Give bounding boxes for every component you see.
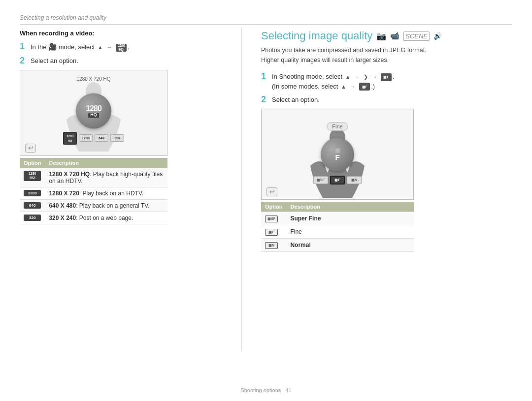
table-row: ▦F Fine <box>261 225 414 238</box>
step-2: 2 Select an option. <box>20 56 246 66</box>
table-row: ▦SF Super Fine <box>261 212 414 225</box>
arrow-icon: ▲ <box>98 43 103 52</box>
arrow-up-icon-2: ▲ <box>341 83 346 91</box>
quality-icon: ▦F <box>381 73 392 81</box>
option-1280: 1280 <box>79 134 93 142</box>
col-desc-header: Description <box>45 158 167 168</box>
right-preview-box: Fine ▦ F ▦SF ▦F ▦N ↩ <box>261 109 414 200</box>
video-mode-icon: 🎥 <box>48 43 57 51</box>
page-footer: Shooting options 41 <box>0 387 532 393</box>
right-table-header-row: Option Description <box>261 202 414 212</box>
option-1280hq-selected: 1280HQ <box>63 132 77 145</box>
option-superfine: ▦SF <box>313 176 328 184</box>
option-640: 640 <box>95 134 108 142</box>
right-step-2: 2 Select an option. <box>261 95 512 105</box>
right-col-option-header: Option <box>261 202 286 212</box>
left-option-table: Option Description 1280HQ 1280 X 720 HQ:… <box>20 158 167 224</box>
left-preview-box: 1280 X 720 HQ 1280 HQ 1280HQ 1280 640 32… <box>20 70 167 156</box>
right-description: Photos you take are compressed and saved… <box>261 45 512 65</box>
table-row: 1280HQ 1280 X 720 HQ: Play back high-qua… <box>20 168 167 187</box>
dial-label: 1280 X 720 HQ <box>77 76 111 82</box>
section-title: Selecting image quality 📷 📹 SCENE 🔊 <box>261 30 512 42</box>
camera-icon-2: 📹 <box>390 31 399 40</box>
back-arrow: ↩ <box>25 144 36 153</box>
table-row: 320 320 X 240: Post on a web page. <box>20 212 167 224</box>
right-step-1: 1 In Shooting mode, select ▲ → ❯ → ▦F. (… <box>261 72 512 91</box>
right-column: Selecting image quality 📷 📹 SCENE 🔊 Phot… <box>261 30 512 252</box>
left-column: When recording a video: 1 In the 🎥 mode,… <box>20 30 246 224</box>
table-row: ▦N Normal <box>261 238 414 251</box>
fine-label: Fine <box>327 122 348 131</box>
breadcrumb: Selecting a resolution and quality <box>20 14 512 25</box>
arrow-up-icon: ▲ <box>345 73 351 81</box>
table-row: 1280 1280 X 720: Play back on an HDTV. <box>20 187 167 199</box>
table-header-row: Option Description <box>20 158 167 168</box>
quality-icon-2: ▦F <box>359 83 370 91</box>
speaker-icon: 🔊 <box>433 32 442 40</box>
back-arrow-right: ↩ <box>266 187 277 196</box>
option-fine-selected: ▦F <box>330 176 345 185</box>
left-dial: 1280 HQ <box>76 93 111 129</box>
table-row: 640 640 X 480: Play back on a general TV… <box>20 199 167 212</box>
left-options-row: 1280HQ 1280 640 320 <box>63 132 124 145</box>
option-normal: ▦N <box>347 176 362 184</box>
scene-icon: SCENE <box>403 31 430 41</box>
hq-badge: 1280HQ <box>116 44 127 52</box>
right-dial: ▦ F <box>321 138 354 171</box>
right-options-row: ▦SF ▦F ▦N <box>313 176 362 185</box>
camera-icon-1: 📷 <box>376 31 386 41</box>
option-320: 320 <box>110 134 124 142</box>
step-1: 1 In the 🎥 mode, select ▲ → 1280HQ. <box>20 42 246 52</box>
col-option-header: Option <box>20 158 45 168</box>
when-recording-label: When recording a video: <box>20 30 246 37</box>
right-col-desc-header: Description <box>286 202 414 212</box>
right-option-table: Option Description ▦SF Super Fine ▦F Fin… <box>261 202 414 252</box>
